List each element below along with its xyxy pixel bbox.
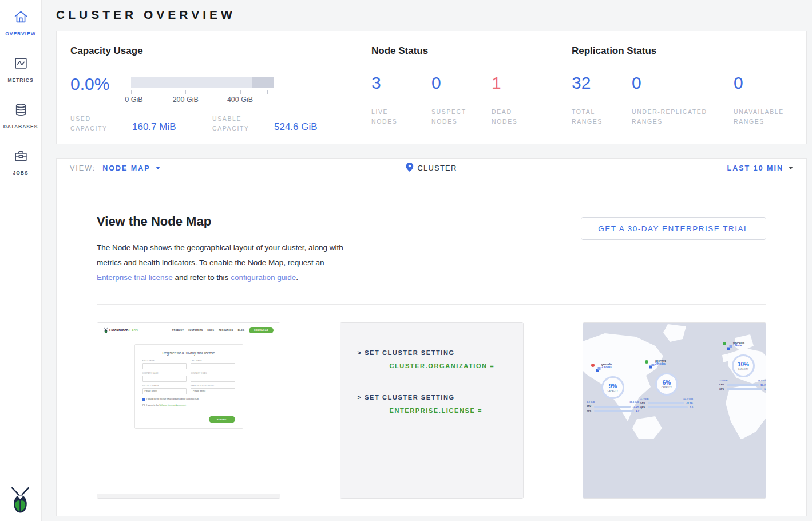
- map-region-ams[interactable]: geo=ams 1 Node 10% CAPACITY 3.6 GiB 36.4…: [719, 341, 766, 390]
- total-ranges-label: TOTAL RANGES: [572, 107, 612, 127]
- view-label: VIEW:: [70, 164, 96, 172]
- last-name-input[interactable]: [191, 363, 235, 369]
- briefcase-icon: [13, 148, 29, 166]
- enterprise-trial-button[interactable]: GET A 30-DAY ENTERPRISE TRIAL: [581, 217, 766, 240]
- trial-registration-form: Register for a 30-day trial license FIRS…: [134, 344, 243, 429]
- email-updates-label: I would like to receive email updates ab…: [146, 398, 199, 400]
- software-license-agreement-link[interactable]: Software License Agreement.: [159, 404, 186, 406]
- region-status-dot: [723, 342, 726, 345]
- license-agreement-label: I agree to the Software License Agreemen…: [146, 404, 186, 406]
- project-phase-select[interactable]: Please Select: [142, 388, 187, 394]
- configuration-guide-link[interactable]: configuration guide: [231, 273, 296, 282]
- home-icon: [13, 9, 29, 27]
- region-node-count: 2 Nodes: [601, 366, 612, 369]
- capacity-percent: 0.0%: [70, 76, 131, 105]
- breadcrumb-cluster[interactable]: CLUSTER: [417, 164, 457, 172]
- sidebar-item-label: METRICS: [7, 77, 33, 83]
- region-cpu-value: 42.5%: [686, 402, 693, 405]
- region-cpu-label: CPU: [719, 384, 725, 386]
- mini-download-button[interactable]: DOWNLOAD: [249, 327, 274, 333]
- used-capacity-label: USED CAPACITY: [70, 114, 120, 133]
- field-label: PROJECT PHASE: [142, 385, 187, 387]
- company-email-input[interactable]: [191, 376, 235, 382]
- region-qps-value: 0.0: [690, 406, 693, 409]
- map-pin-icon: [406, 163, 413, 174]
- region-capacity-pct: 10%: [738, 362, 749, 368]
- gauge-tick-label: 400 GiB: [227, 96, 253, 104]
- region-cpu-value: 53.3%: [760, 384, 766, 386]
- mini-submit-button[interactable]: SUBMIT: [209, 416, 235, 423]
- email-updates-checkbox[interactable]: [142, 398, 145, 401]
- chart-icon: [13, 56, 29, 73]
- node-status-title: Node Status: [371, 45, 572, 57]
- sql-setting-line: ENTERPRISE.LICENSE =: [390, 407, 523, 414]
- step-3-card: geo=sfo 2 Nodes 9% CAPACITY 3.2 GiB 35.1…: [583, 322, 766, 499]
- gauge-tick-label: 200 GiB: [173, 96, 199, 104]
- region-total-capacity: 35.1 GiB: [629, 401, 639, 404]
- license-agreement-checkbox[interactable]: [142, 404, 145, 407]
- step-3-caption: Step 3: Refer this configuration guide t…: [583, 498, 766, 499]
- form-title: Register for a 30-day trial license: [142, 351, 235, 355]
- sidebar-item-jobs[interactable]: JOBS: [0, 145, 42, 191]
- region-capacity-label: CAPACITY: [738, 368, 748, 370]
- live-nodes-label: LIVE NODES: [371, 107, 411, 127]
- node-status-section: Node Status 3 LIVE NODES 0 SUSPECT NODES…: [371, 45, 572, 144]
- map-region-nyc[interactable]: geo=nyc 2 Nodes 6% CAPACITY 3.7 GiB 43.7…: [640, 360, 693, 409]
- under-replicated-ranges-label: UNDER-REPLICATED RANGES: [632, 107, 723, 127]
- sidebar-item-label: JOBS: [13, 170, 28, 176]
- usable-capacity-value: 524.6 GiB: [274, 121, 318, 133]
- suspect-nodes-value: 0: [431, 74, 492, 92]
- first-name-input[interactable]: [142, 363, 187, 369]
- capacity-gauge: 0 GiB 200 GiB 400 GiB: [131, 76, 274, 105]
- sql-prompt-line: > SET CLUSTER SETTING: [358, 349, 523, 356]
- mini-nav-customers[interactable]: CUSTOMERS: [188, 329, 203, 331]
- capacity-gauge-nonusable-segment: [252, 77, 275, 88]
- step-2-sql-snippet: > SET CLUSTER SETTING CLUSTER.ORGANIZATI…: [340, 323, 523, 498]
- logo-text: Cockroach: [109, 328, 129, 332]
- cpu-sparkline: [648, 402, 684, 404]
- field-label: FIRST NAME: [142, 360, 187, 362]
- replication-status-title: Replication Status: [572, 45, 806, 57]
- chevron-down-icon: [789, 167, 793, 169]
- replication-status-section: Replication Status 32 TOTAL RANGES 0 UND…: [572, 45, 806, 144]
- field-label: REASON FOR INTEREST: [191, 385, 235, 387]
- sidebar-item-databases[interactable]: DATABASES: [0, 98, 42, 145]
- region-used-capacity: 3.6 GiB: [719, 379, 727, 382]
- promo-title: View the Node Map: [97, 214, 355, 229]
- field-label: COMPANY EMAIL: [191, 372, 235, 374]
- view-bar: VIEW: NODE MAP CLUSTER LAST 10 MIN: [56, 158, 807, 177]
- reason-for-interest-select[interactable]: Please Select: [191, 388, 235, 394]
- region-total-capacity: 36.4 GiB: [758, 379, 766, 382]
- region-status-dot: [591, 364, 595, 367]
- mini-nav-product[interactable]: PRODUCT: [172, 329, 184, 331]
- map-region-sfo[interactable]: geo=sfo 2 Nodes 9% CAPACITY 3.2 GiB 35.1…: [587, 363, 639, 412]
- qps-sparkline: [727, 388, 762, 390]
- region-node-count: 2 Nodes: [655, 362, 666, 365]
- step-1-caption: Step 1: Get a trial license delivered st…: [97, 498, 280, 499]
- chevron-down-icon: [156, 167, 160, 169]
- view-selector-dropdown[interactable]: NODE MAP: [102, 164, 160, 172]
- mini-nav-docs[interactable]: DOCS: [208, 329, 215, 331]
- region-capacity-pct: 6%: [663, 380, 671, 386]
- enterprise-trial-license-link[interactable]: Enterprise trial license: [97, 273, 173, 282]
- qps-sparkline: [594, 410, 634, 412]
- region-qps-label: QPS: [587, 410, 592, 412]
- unavailable-ranges-label: UNAVAILABLE RANGES: [734, 107, 791, 127]
- node-cubes-icon: [649, 361, 655, 371]
- unavailable-ranges-value: 0: [734, 74, 791, 92]
- company-name-input[interactable]: [142, 376, 187, 382]
- region-capacity-donut: 10% CAPACITY: [732, 354, 755, 377]
- time-range-dropdown[interactable]: LAST 10 MIN: [727, 164, 793, 172]
- sidebar: OVERVIEW METRICS DATABASES JOBS: [0, 0, 42, 521]
- sidebar-item-overview[interactable]: OVERVIEW: [0, 6, 42, 52]
- sidebar-item-metrics[interactable]: METRICS: [0, 52, 42, 98]
- main-content: CLUSTER OVERVIEW Capacity Usage 0.0%: [42, 0, 812, 521]
- step-1-screenshot: Cockroach LABS PRODUCT CUSTOMERS DOCS RE…: [97, 323, 280, 498]
- mini-nav-resources[interactable]: RESOURCES: [219, 329, 233, 331]
- database-icon: [13, 102, 29, 120]
- region-qps-value: 4.7: [636, 409, 639, 412]
- region-used-capacity: 3.2 GiB: [587, 401, 595, 404]
- step-3-node-map-preview: geo=sfo 2 Nodes 9% CAPACITY 3.2 GiB 35.1…: [583, 323, 766, 498]
- dead-nodes-label: DEAD NODES: [492, 107, 532, 127]
- mini-nav-blog[interactable]: BLOG: [238, 329, 245, 331]
